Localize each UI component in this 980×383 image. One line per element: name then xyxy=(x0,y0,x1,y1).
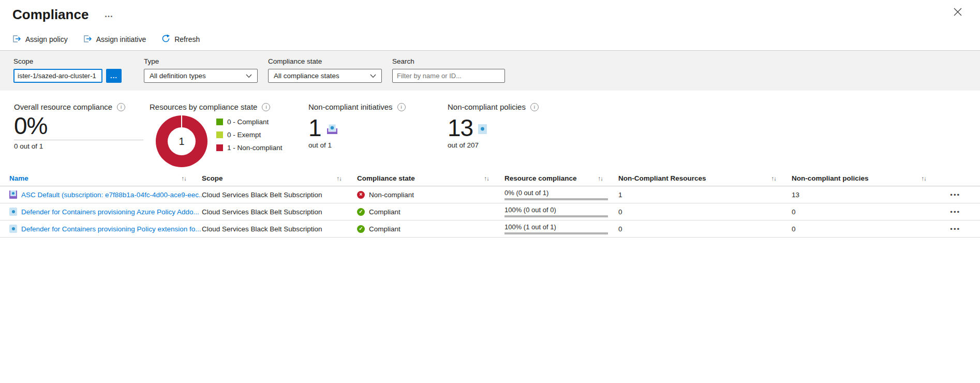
policy-icon xyxy=(9,225,17,233)
scope-cell: Cloud Services Black Belt Subscription xyxy=(202,208,357,216)
noncompliant-status-icon: × xyxy=(357,191,365,199)
noncompliant-policies-cell: 0 xyxy=(792,225,942,233)
scope-cell: Cloud Services Black Belt Subscription xyxy=(202,225,357,233)
title-more-icon[interactable]: … xyxy=(104,13,113,17)
compliance-state-cell: ✓ Compliant xyxy=(357,208,504,216)
info-icon[interactable]: i xyxy=(530,103,539,111)
noncompliant-resources-cell: 1 xyxy=(618,191,792,199)
column-header-compliance-state[interactable]: Compliance state↑↓ xyxy=(357,174,504,182)
info-icon[interactable]: i xyxy=(262,103,270,111)
column-header-noncompliant-policies[interactable]: Non-compliant policies↑↓ xyxy=(792,174,942,182)
table-header: Name↑↓ Scope↑↓ Compliance state↑↓ Resour… xyxy=(0,171,980,186)
table-row: ASC Default (subscription: e7f88b1a-04fc… xyxy=(0,186,980,203)
assign-policy-icon xyxy=(12,35,21,45)
title-bar: Compliance … xyxy=(12,5,968,24)
type-select-value: All definition types xyxy=(150,72,206,80)
compliance-state-cell: ✓ Compliant xyxy=(357,225,504,233)
column-header-scope[interactable]: Scope↑↓ xyxy=(202,174,357,182)
sort-icon[interactable]: ↑↓ xyxy=(598,175,603,182)
noncompliant-resources-cell: 0 xyxy=(618,208,792,216)
info-icon[interactable]: i xyxy=(397,103,406,111)
scope-cell: Cloud Services Black Belt Subscription xyxy=(202,191,357,199)
compliance-state-select[interactable]: All compliance states xyxy=(268,69,382,83)
assignment-link[interactable]: Defender for Containers provisioning Azu… xyxy=(9,208,202,216)
compliant-status-icon: ✓ xyxy=(357,225,365,233)
assign-initiative-label: Assign initiative xyxy=(96,35,146,43)
compliance-state-cell: × Non-compliant xyxy=(357,191,504,199)
donut-ring: 1 xyxy=(156,115,207,167)
noncompliant-policies-title: Non-compliant policies xyxy=(448,102,526,111)
scope-input[interactable] xyxy=(13,69,102,83)
legend-swatch-exempt xyxy=(216,131,223,138)
assignment-link[interactable]: Defender for Containers provisioning Pol… xyxy=(9,225,202,233)
compliance-blade: Compliance … Assign policy Assign initia… xyxy=(0,0,980,383)
info-icon[interactable]: i xyxy=(117,103,125,111)
column-header-resource-compliance[interactable]: Resource compliance↑↓ xyxy=(504,174,618,182)
compliance-state-select-value: All compliance states xyxy=(274,72,339,80)
noncompliant-resources-cell: 0 xyxy=(618,225,792,233)
policy-icon xyxy=(9,208,17,216)
sort-icon[interactable]: ↑↓ xyxy=(484,175,489,182)
close-icon[interactable] xyxy=(952,6,963,18)
compliance-table: Name↑↓ Scope↑↓ Compliance state↑↓ Resour… xyxy=(0,171,980,238)
compliance-progress-bar xyxy=(504,198,608,200)
table-row: Defender for Containers provisioning Pol… xyxy=(0,220,980,238)
sort-icon[interactable]: ↑↓ xyxy=(771,175,777,182)
search-input[interactable] xyxy=(392,69,505,83)
assignment-link[interactable]: ASC Default (subscription: e7f88b1a-04fc… xyxy=(9,190,202,199)
policy-icon xyxy=(477,123,488,136)
noncompliant-initiatives-title: Non-compliant initiatives xyxy=(308,102,393,111)
column-header-noncompliant-resources[interactable]: Non-Compliant Resources↑↓ xyxy=(618,174,792,182)
legend-label: 1 - Non-compliant xyxy=(227,144,283,152)
resources-by-state-title: Resources by compliance state xyxy=(150,102,257,111)
command-bar: Assign policy Assign initiative Refresh xyxy=(12,34,200,45)
noncompliant-policies-cell: 13 xyxy=(792,191,942,199)
scope-label: Scope xyxy=(13,57,122,65)
scope-browse-button[interactable]: ... xyxy=(106,69,122,83)
search-label: Search xyxy=(392,57,505,65)
noncompliant-policies-value: 13 xyxy=(448,115,473,140)
legend-swatch-noncompliant xyxy=(216,144,223,151)
sort-icon[interactable]: ↑↓ xyxy=(922,175,927,182)
column-header-name[interactable]: Name↑↓ xyxy=(9,174,202,182)
noncompliant-initiatives-sub: out of 1 xyxy=(308,141,406,149)
overall-compliance-card: Overall resource compliance i 0% 0 out o… xyxy=(14,102,143,150)
legend-item-exempt: 0 - Exempt xyxy=(216,131,283,139)
sort-icon[interactable]: ↑↓ xyxy=(337,175,342,182)
compliant-status-icon: ✓ xyxy=(357,208,365,216)
legend-label: 0 - Exempt xyxy=(227,131,261,139)
refresh-button[interactable]: Refresh xyxy=(161,34,200,45)
resources-by-state-card: Resources by compliance state i 1 0 - Co… xyxy=(150,102,283,167)
chevron-down-icon xyxy=(370,72,376,80)
assign-policy-label: Assign policy xyxy=(25,35,68,43)
refresh-icon xyxy=(161,34,170,45)
overall-compliance-sub: 0 out of 1 xyxy=(14,142,143,150)
type-select[interactable]: All definition types xyxy=(144,69,258,83)
initiative-icon xyxy=(9,190,17,199)
resource-compliance-cell: 0% (0 out of 1) xyxy=(504,189,618,200)
chevron-down-icon xyxy=(246,72,252,80)
sort-icon[interactable]: ↑↓ xyxy=(182,175,187,182)
filter-bar: Scope ... Type All definition types Comp… xyxy=(0,51,980,91)
row-context-menu-icon[interactable]: ••• xyxy=(942,225,968,233)
noncompliant-policies-sub: out of 207 xyxy=(448,141,539,149)
row-context-menu-icon[interactable]: ••• xyxy=(942,191,968,199)
table-row: Defender for Containers provisioning Azu… xyxy=(0,203,980,220)
legend-item-compliant: 0 - Compliant xyxy=(216,118,283,126)
card-divider xyxy=(14,140,143,140)
noncompliant-policies-cell: 0 xyxy=(792,208,942,216)
resource-compliance-cell: 100% (0 out of 0) xyxy=(504,206,618,217)
compliance-state-label: Compliance state xyxy=(268,57,382,65)
legend-swatch-compliant xyxy=(216,119,223,125)
row-context-menu-icon[interactable]: ••• xyxy=(942,208,968,216)
noncompliant-initiatives-card: Non-compliant initiatives i 1 out of 1 xyxy=(308,102,406,149)
type-label: Type xyxy=(144,57,258,65)
noncompliant-policies-card: Non-compliant policies i 13 out of 207 xyxy=(448,102,539,149)
resource-compliance-cell: 100% (1 out of 1) xyxy=(504,223,618,234)
legend-item-noncompliant: 1 - Non-compliant xyxy=(216,144,283,152)
compliance-progress-bar xyxy=(504,232,608,234)
assign-policy-button[interactable]: Assign policy xyxy=(12,35,68,45)
assign-initiative-button[interactable]: Assign initiative xyxy=(83,35,146,45)
refresh-label: Refresh xyxy=(174,35,200,43)
donut-center-value: 1 xyxy=(156,115,207,167)
